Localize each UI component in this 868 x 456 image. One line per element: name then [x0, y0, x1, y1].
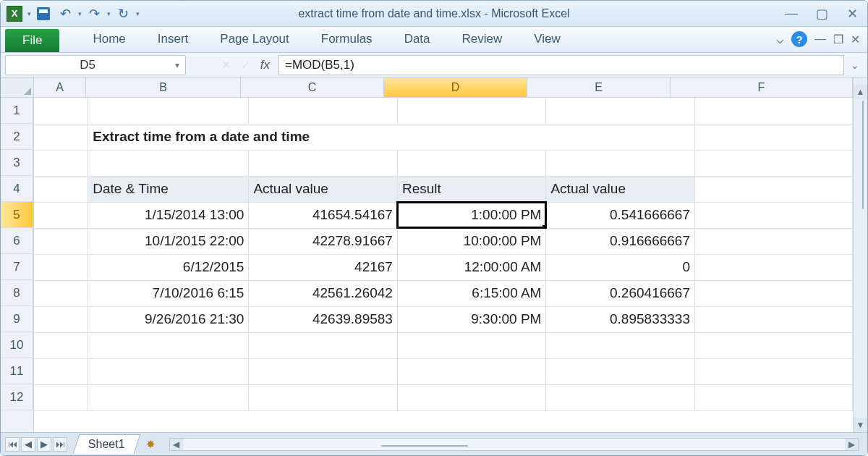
- sheet-nav-prev-icon[interactable]: ◀: [21, 437, 35, 452]
- select-all-corner[interactable]: [1, 77, 34, 98]
- quick-access-toolbar: ▾ ↶ ▾ ↷ ▾ ↻ ▾: [5, 4, 140, 23]
- formula-input[interactable]: =MOD(B5,1): [278, 55, 844, 75]
- row-header-1[interactable]: 1: [1, 98, 33, 124]
- cell-C8[interactable]: 42561.26042: [249, 280, 398, 306]
- column-headers: A B C D E F: [1, 77, 853, 98]
- name-box[interactable]: D5 ▾: [5, 55, 186, 75]
- col-header-E[interactable]: E: [527, 77, 671, 98]
- tab-insert[interactable]: Insert: [142, 26, 205, 52]
- fx-icon[interactable]: fx: [260, 58, 270, 72]
- cancel-formula-icon[interactable]: ✕: [221, 58, 231, 72]
- sheet-tab-active[interactable]: Sheet1: [73, 434, 140, 454]
- col-header-A[interactable]: A: [34, 77, 86, 98]
- heading-text: Extract time from a date and time: [88, 124, 695, 150]
- vertical-scrollbar[interactable]: ▲ ▼: [853, 77, 867, 432]
- expand-formula-bar-icon[interactable]: ⌄: [847, 59, 863, 71]
- cell-D9[interactable]: 9:30:00 PM: [397, 306, 546, 332]
- horizontal-scrollbar[interactable]: ◀ ▶: [169, 438, 859, 451]
- cell-E8[interactable]: 0.260416667: [546, 280, 695, 306]
- cell-B9[interactable]: 9/26/2016 21:30: [88, 306, 249, 332]
- cell-C7[interactable]: 42167: [249, 254, 398, 280]
- new-sheet-button[interactable]: ✸: [142, 437, 161, 452]
- tab-page-layout[interactable]: Page Layout: [204, 26, 305, 52]
- name-box-dropdown-icon[interactable]: ▾: [169, 60, 185, 70]
- tab-formulas[interactable]: Formulas: [305, 26, 388, 52]
- app-menu-caret-icon[interactable]: ▾: [27, 10, 31, 17]
- cell-B7[interactable]: 6/12/2015: [88, 254, 249, 280]
- maximize-button[interactable]: ▢: [811, 7, 833, 21]
- scroll-up-button[interactable]: ▲: [854, 85, 867, 99]
- th-actual-2: Actual value: [546, 176, 695, 202]
- cell-D8[interactable]: 6:15:00 AM: [397, 280, 546, 306]
- cell-C6[interactable]: 42278.91667: [249, 228, 398, 254]
- sheet-nav-buttons: ⏮ ◀ ▶ ⏭: [5, 437, 67, 452]
- scroll-right-button[interactable]: ▶: [845, 439, 858, 450]
- tab-file[interactable]: File: [5, 29, 59, 52]
- close-button[interactable]: ✕: [841, 7, 863, 21]
- row-header-11[interactable]: 11: [1, 358, 33, 384]
- th-actual-1: Actual value: [249, 176, 398, 202]
- scroll-down-button[interactable]: ▼: [854, 418, 867, 432]
- minimize-button[interactable]: —: [780, 7, 802, 21]
- cell-B8[interactable]: 7/10/2016 6:15: [88, 280, 249, 306]
- undo-button[interactable]: ↶: [56, 4, 75, 23]
- cells-area[interactable]: Extract time from a date and time Date &…: [34, 98, 853, 432]
- row-header-10[interactable]: 10: [1, 332, 33, 358]
- row-header-7[interactable]: 7: [1, 254, 33, 280]
- formula-text: =MOD(B5,1): [285, 58, 354, 72]
- redo-caret-icon[interactable]: ▾: [107, 10, 111, 17]
- workbook-restore-button[interactable]: ❐: [833, 33, 843, 46]
- row-header-3[interactable]: 3: [1, 150, 33, 176]
- sheet-nav-last-icon[interactable]: ⏭: [53, 437, 67, 452]
- row-header-5[interactable]: 5: [1, 202, 33, 228]
- app-icon[interactable]: [5, 4, 24, 23]
- cell-B6[interactable]: 10/1/2015 22:00: [88, 228, 249, 254]
- workbook-minimize-button[interactable]: —: [814, 33, 826, 46]
- save-button[interactable]: [34, 4, 53, 23]
- col-header-F[interactable]: F: [671, 77, 853, 98]
- cell-E6[interactable]: 0.916666667: [546, 228, 695, 254]
- tab-view[interactable]: View: [518, 26, 576, 52]
- vscroll-thumb[interactable]: [862, 101, 864, 209]
- row-header-2[interactable]: 2: [1, 124, 33, 150]
- cell-C5[interactable]: 41654.54167: [249, 202, 398, 228]
- col-header-C[interactable]: C: [241, 77, 384, 98]
- workbook-close-button[interactable]: ✕: [851, 33, 860, 46]
- minimize-ribbon-icon[interactable]: ⌵: [776, 31, 784, 47]
- qat-customize-caret-icon[interactable]: ▾: [136, 10, 140, 17]
- ribbon: File Home Insert Page Layout Formulas Da…: [1, 27, 867, 53]
- cell-E5[interactable]: 0.541666667: [546, 202, 695, 228]
- tab-data[interactable]: Data: [388, 26, 446, 52]
- hscroll-thumb[interactable]: [381, 445, 468, 447]
- cell-C9[interactable]: 42639.89583: [249, 306, 398, 332]
- refresh-button[interactable]: ↻: [114, 4, 132, 23]
- sheet-nav-next-icon[interactable]: ▶: [37, 437, 51, 452]
- undo-caret-icon[interactable]: ▾: [78, 10, 82, 17]
- tab-review[interactable]: Review: [446, 26, 519, 52]
- row-headers: 1 2 3 4 5 6 7 8 9 10 11 12: [1, 98, 34, 432]
- col-header-B[interactable]: B: [86, 77, 241, 98]
- col-header-D[interactable]: D: [384, 77, 527, 98]
- window-controls: — ▢ ✕: [780, 7, 863, 21]
- cell-D6[interactable]: 10:00:00 PM: [397, 228, 546, 254]
- cell-D7[interactable]: 12:00:00 AM: [397, 254, 546, 280]
- cell-B5[interactable]: 1/15/2014 13:00: [88, 202, 249, 228]
- row-header-12[interactable]: 12: [1, 384, 33, 410]
- row-header-6[interactable]: 6: [1, 228, 33, 254]
- redo-button[interactable]: ↷: [85, 4, 103, 23]
- th-date-time: Date & Time: [88, 176, 249, 202]
- sheet-nav-first-icon[interactable]: ⏮: [5, 437, 20, 452]
- formula-bar: D5 ▾ ✕ ✓ fx =MOD(B5,1) ⌄: [1, 53, 867, 77]
- row-header-9[interactable]: 9: [1, 306, 33, 332]
- scroll-left-button[interactable]: ◀: [170, 439, 183, 450]
- tab-home[interactable]: Home: [77, 26, 141, 52]
- cell-E7[interactable]: 0: [546, 254, 695, 280]
- cell-D5[interactable]: 1:00:00 PM: [397, 202, 546, 228]
- cell-E9[interactable]: 0.895833333: [546, 306, 695, 332]
- row-header-8[interactable]: 8: [1, 280, 33, 306]
- help-button[interactable]: ?: [791, 31, 807, 47]
- worksheet-grid: A B C D E F 1 2 3 4 5 6 7 8 9 10 11 12: [1, 77, 867, 432]
- enter-formula-icon[interactable]: ✓: [241, 58, 250, 72]
- row-header-4[interactable]: 4: [1, 176, 33, 202]
- title-bar: ▾ ↶ ▾ ↷ ▾ ↻ ▾ extract time from date and…: [1, 1, 867, 27]
